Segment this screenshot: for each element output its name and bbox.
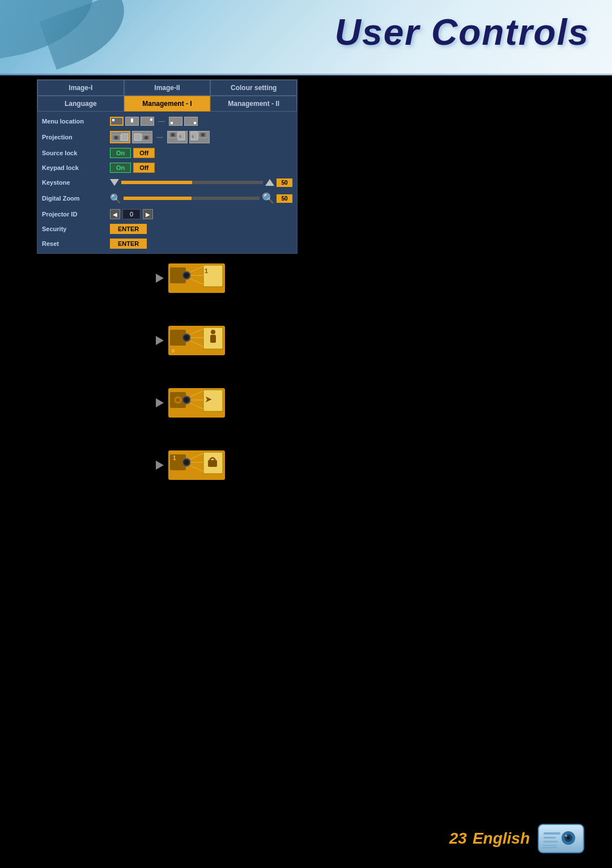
bottom-area: 23 English: [449, 820, 589, 857]
menu-loc-topright[interactable]: [141, 117, 154, 126]
projection-icons: — S: [110, 131, 210, 143]
svg-text:S: S: [179, 135, 181, 138]
separator-1: —: [156, 117, 167, 125]
zoom-out-icon[interactable]: 🔍: [110, 193, 121, 204]
separator-2: —: [154, 133, 165, 141]
proj-ceiling[interactable]: S: [167, 131, 188, 143]
svg-rect-66: [543, 837, 556, 839]
tab-colour-setting[interactable]: Colour setting: [210, 80, 297, 96]
language-label: English: [473, 829, 530, 848]
header-background: User Controls: [0, 0, 612, 74]
diagram-1-wrap: 1: [156, 261, 225, 296]
setting-row-projector-id: Projector ID ◀ 0 ▶: [37, 207, 297, 222]
control-reset: ENTER: [110, 239, 292, 249]
label-security: Security: [42, 225, 110, 232]
tab-row-1: Image-I Image-II Colour setting: [37, 80, 297, 96]
svg-point-44: [176, 398, 180, 402]
tab-row-2: Language Management - I Management - II: [37, 96, 297, 112]
svg-text:➤: ➤: [205, 394, 212, 404]
logo-svg: [536, 820, 589, 857]
svg-point-63: [567, 836, 570, 840]
label-projector-id: Projector ID: [42, 211, 110, 218]
diagram-3-arrow: [156, 398, 164, 407]
svg-point-24: [184, 273, 189, 278]
label-reset: Reset: [42, 240, 110, 247]
label-projection: Projection: [42, 134, 110, 141]
svg-rect-52: [208, 460, 217, 467]
tab-image-ii[interactable]: Image-II: [124, 80, 211, 96]
setting-row-keystone: Keystone 50: [37, 175, 297, 190]
tab-image-i[interactable]: Image-I: [37, 80, 124, 96]
keypad-lock-off[interactable]: Off: [133, 163, 155, 173]
proj-rear-icon: [133, 131, 151, 143]
security-enter-button[interactable]: ENTER: [110, 224, 147, 234]
setting-row-reset: Reset ENTER: [37, 236, 297, 251]
keystone-increase-icon[interactable]: [265, 179, 274, 186]
diagram-1-svg: 1: [168, 261, 225, 296]
svg-point-13: [171, 133, 175, 137]
control-projector-id: ◀ 0 ▶: [110, 209, 292, 219]
id-value-display: 0: [122, 209, 141, 219]
menu-location-icons: —: [110, 117, 198, 126]
header-decorative: [0, 0, 159, 74]
id-increase-button[interactable]: ▶: [143, 209, 153, 219]
label-keypad-lock: Keypad lock: [42, 164, 110, 171]
menu-loc-topleft[interactable]: [110, 117, 124, 126]
settings-table: Menu location —: [37, 112, 297, 253]
proj-ceiling-icon: S: [168, 131, 187, 143]
control-keystone: 50: [110, 178, 292, 187]
proj-front[interactable]: [110, 131, 130, 143]
menu-loc-bottomleft[interactable]: [169, 117, 182, 126]
setting-row-source-lock: Source lock On Off: [37, 146, 297, 160]
svg-rect-65: [543, 832, 560, 835]
label-keystone: Keystone: [42, 179, 110, 186]
keypad-lock-on[interactable]: On: [110, 163, 131, 173]
label-menu-location: Menu location: [42, 118, 110, 125]
setting-row-menu-location: Menu location —: [37, 114, 297, 129]
svg-point-30: [211, 330, 215, 334]
control-menu-location: —: [110, 117, 292, 126]
diagram-4-svg: 1: [168, 448, 225, 483]
keystone-slider-track[interactable]: [121, 181, 263, 184]
menu-loc-bottomright[interactable]: [184, 117, 198, 126]
control-digital-zoom: 🔍 🔍 50: [110, 192, 292, 205]
menu-loc-topcenter[interactable]: [125, 117, 139, 126]
keystone-value: 50: [277, 178, 292, 187]
zoom-value: 50: [277, 194, 292, 203]
source-lock-on[interactable]: On: [110, 148, 131, 158]
svg-text:S: S: [192, 135, 194, 138]
svg-point-46: [184, 398, 189, 402]
setting-row-digital-zoom: Digital Zoom 🔍 🔍 50: [37, 190, 297, 207]
setting-row-keypad-lock: Keypad lock On Off: [37, 160, 297, 175]
svg-text:1: 1: [205, 267, 208, 274]
svg-text:1: 1: [173, 455, 176, 461]
setting-row-security: Security ENTER: [37, 222, 297, 236]
svg-point-8: [144, 136, 148, 139]
reset-enter-button[interactable]: ENTER: [110, 239, 147, 249]
tab-management-i[interactable]: Management - I: [124, 96, 211, 112]
zoom-slider-fill: [124, 197, 192, 200]
source-lock-off[interactable]: Off: [133, 148, 155, 158]
proj-ceiling-rear-icon: S: [190, 131, 209, 143]
svg-rect-7: [134, 134, 141, 141]
control-keypad-lock: On Off: [110, 163, 292, 173]
diagram-1-arrow: [156, 274, 164, 283]
zoom-in-icon[interactable]: 🔍: [262, 192, 274, 205]
control-security: ENTER: [110, 224, 292, 234]
zoom-slider-track[interactable]: [124, 197, 260, 200]
page-title: User Controls: [335, 12, 589, 53]
proj-ceiling-rear[interactable]: S: [189, 131, 210, 143]
tab-language[interactable]: Language: [37, 96, 124, 112]
keystone-slider-fill: [121, 181, 192, 184]
proj-rear[interactable]: [132, 131, 152, 143]
proj-front-icon: [111, 131, 129, 143]
control-source-lock: On Off: [110, 148, 292, 158]
svg-text:⚙: ⚙: [171, 348, 175, 354]
diagram-2-arrow: [156, 336, 164, 345]
svg-rect-1: [121, 134, 128, 141]
diagram-3-wrap: ➤: [156, 385, 225, 420]
id-decrease-button[interactable]: ◀: [110, 209, 120, 219]
tab-management-ii[interactable]: Management - II: [210, 96, 297, 112]
keystone-decrease-icon[interactable]: [110, 179, 119, 186]
svg-rect-67: [543, 841, 558, 843]
